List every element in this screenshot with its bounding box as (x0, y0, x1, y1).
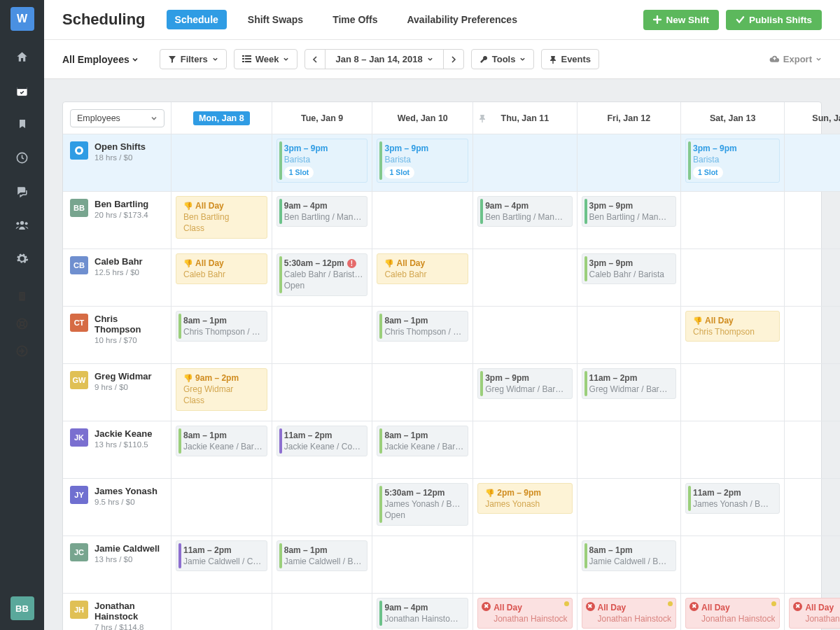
export-button[interactable]: Export (769, 54, 822, 64)
shift-card[interactable]: 11am – 2pmJames Yonash / B… (685, 483, 780, 514)
schedule-cell[interactable] (785, 307, 840, 364)
shift-card[interactable]: 5:30am – 12pmJames Yonash / B…Open (377, 483, 468, 526)
day-header[interactable]: Fri, Jan 12 (578, 102, 681, 134)
schedule-cell[interactable]: 9am – 2pmGreg WidmarClass (172, 364, 272, 421)
shift-card[interactable]: 8am – 1pmChris Thompson / … (176, 311, 267, 342)
shift-card[interactable]: All DayJonathan Hainstock (685, 598, 780, 629)
schedule-cell[interactable]: 5:30am – 12pmJames Yonash / B…Open (372, 479, 473, 536)
settings-icon[interactable] (0, 249, 44, 267)
home-icon[interactable] (0, 48, 44, 66)
shift-card[interactable]: 11am – 2pmJackie Keane / Co… (276, 426, 368, 456)
team-icon[interactable] (0, 216, 44, 234)
schedule-cell[interactable] (473, 307, 577, 364)
schedule-cell[interactable]: All DayCaleb Bahr (372, 249, 473, 307)
schedule-cell[interactable] (372, 364, 473, 421)
employee-row-header[interactable]: BBBen Bartling20 hrs / $173.4 (63, 192, 172, 249)
schedule-cell[interactable] (272, 307, 373, 364)
schedule-cell[interactable] (272, 479, 373, 536)
schedule-icon[interactable] (0, 81, 44, 99)
schedule-cell[interactable] (681, 421, 785, 479)
help-icon[interactable] (15, 317, 29, 330)
shift-card[interactable]: 8am – 1pmJamie Caldwell / B… (582, 540, 676, 571)
day-header[interactable]: Sat, Jan 13 (681, 102, 785, 134)
schedule-cell[interactable] (785, 192, 840, 249)
schedule-cell[interactable] (473, 249, 577, 307)
day-header[interactable]: Wed, Jan 10 (372, 102, 473, 134)
employee-filter[interactable]: All Employees (62, 54, 139, 65)
shift-card[interactable]: 3pm – 9pmBen Bartling / Man… (582, 196, 676, 227)
schedule-cell[interactable] (172, 594, 272, 630)
tab-time-offs[interactable]: Time Offs (324, 10, 386, 29)
schedule-cell[interactable] (473, 536, 577, 594)
day-header[interactable]: Mon, Jan 8 (172, 102, 272, 134)
employee-row-header[interactable]: JCJamie Caldwell13 hrs / $0 (63, 536, 172, 594)
schedule-cell[interactable]: 8am – 1pmChris Thompson / … (172, 307, 272, 364)
events-button[interactable]: Events (541, 49, 599, 69)
shift-card[interactable]: 3pm – 9pmBarista1 Slot (276, 139, 368, 183)
building-icon[interactable] (16, 290, 28, 303)
shift-card[interactable]: 8am – 1pmJamie Caldwell / B… (276, 540, 368, 571)
schedule-cell[interactable]: 3pm – 9pmBen Bartling / Man… (578, 192, 681, 249)
workspace-logo[interactable]: W (10, 7, 34, 31)
schedule-cell[interactable] (785, 421, 840, 479)
shift-card[interactable]: 11am – 2pmJamie Caldwell / C… (176, 540, 267, 571)
schedule-cell[interactable] (785, 479, 840, 536)
schedule-cell[interactable] (578, 134, 681, 192)
shift-card[interactable]: All DayJonathan Hainstock (477, 598, 572, 629)
schedule-cell[interactable]: 8am – 1pmJamie Caldwell / B… (272, 536, 373, 594)
schedule-cell[interactable]: All DayBen BartlingClass (172, 192, 272, 249)
day-header[interactable]: Sun, Jan 14 (785, 102, 840, 134)
schedule-cell[interactable] (681, 192, 785, 249)
schedule-cell[interactable] (172, 479, 272, 536)
shift-card[interactable]: 5:30am – 12pm!Caleb Bahr / Barist…Open (276, 253, 368, 296)
shift-card[interactable]: All DayJonathan Hainstock (582, 598, 676, 629)
bookmark-icon[interactable] (0, 115, 44, 133)
schedule-cell[interactable]: All DayJonathan Hainstock (473, 594, 577, 630)
new-shift-button[interactable]: New Shift (643, 10, 719, 30)
schedule-cell[interactable] (172, 134, 272, 192)
day-header[interactable]: Tue, Jan 9 (272, 102, 373, 134)
schedule-cell[interactable] (681, 536, 785, 594)
schedule-cell[interactable]: 9am – 4pmBen Bartling / Man… (272, 192, 373, 249)
schedule-cell[interactable]: 11am – 2pmJackie Keane / Co… (272, 421, 373, 479)
clock-icon[interactable] (0, 148, 44, 167)
chat-icon[interactable] (0, 182, 44, 200)
schedule-cell[interactable]: 2pm – 9pmJames Yonash (473, 479, 577, 536)
schedule-cell[interactable] (785, 536, 840, 594)
shift-card[interactable]: 3pm – 9pmCaleb Bahr / Barista (582, 253, 676, 284)
schedule-cell[interactable]: 8am – 1pmJackie Keane / Bar… (372, 421, 473, 479)
schedule-cell[interactable]: 11am – 2pmJames Yonash / B… (681, 479, 785, 536)
schedule-cell[interactable]: All DayCaleb Bahr (172, 249, 272, 307)
schedule-cell[interactable] (681, 364, 785, 421)
filters-button[interactable]: Filters (160, 49, 227, 69)
shift-card[interactable]: 2pm – 9pmJames Yonash (477, 483, 572, 514)
schedule-cell[interactable]: 11am – 2pmGreg Widmar / Bar… (578, 364, 681, 421)
schedule-cell[interactable] (578, 479, 681, 536)
shift-card[interactable]: 9am – 2pmGreg WidmarClass (176, 368, 267, 411)
date-range-button[interactable]: Jan 8 – Jan 14, 2018 (325, 49, 443, 69)
next-week-button[interactable] (443, 49, 464, 69)
schedule-cell[interactable] (272, 364, 373, 421)
schedule-cell[interactable]: 3pm – 9pmBarista1 Slot (372, 134, 473, 192)
tools-button[interactable]: Tools (471, 49, 535, 69)
shift-card[interactable]: 9am – 4pmJonathan Hainsto… (377, 598, 468, 629)
schedule-cell[interactable]: All DayChris Thompson (681, 307, 785, 364)
view-button[interactable]: Week (234, 49, 298, 69)
shift-card[interactable]: 3pm – 9pmBarista1 Slot (685, 139, 780, 183)
schedule-cell[interactable] (785, 249, 840, 307)
shift-card[interactable]: 3pm – 9pmGreg Widmar / Bar… (477, 368, 572, 399)
shift-card[interactable]: All DayJonathan Hainstock (789, 598, 840, 629)
schedule-cell[interactable] (578, 307, 681, 364)
employee-row-header[interactable]: CBCaleb Bahr12.5 hrs / $0 (63, 249, 172, 307)
schedule-cell[interactable] (272, 594, 373, 630)
shift-card[interactable]: All DayChris Thompson (685, 311, 780, 342)
employee-row-header[interactable]: JYJames Yonash9.5 hrs / $0 (63, 479, 172, 536)
publish-shifts-button[interactable]: Publish Shifts (726, 10, 822, 30)
prev-week-button[interactable] (304, 49, 326, 69)
employee-row-header[interactable]: GWGreg Widmar9 hrs / $0 (63, 364, 172, 421)
schedule-cell[interactable]: All DayJonathan Hainstock (785, 594, 840, 630)
schedule-cell[interactable]: 3pm – 9pmCaleb Bahr / Barista (578, 249, 681, 307)
employee-row-header[interactable]: CTChris Thompson10 hrs / $70 (63, 307, 172, 364)
shift-card[interactable]: All DayBen BartlingClass (176, 196, 267, 239)
user-avatar[interactable]: BB (10, 596, 34, 620)
